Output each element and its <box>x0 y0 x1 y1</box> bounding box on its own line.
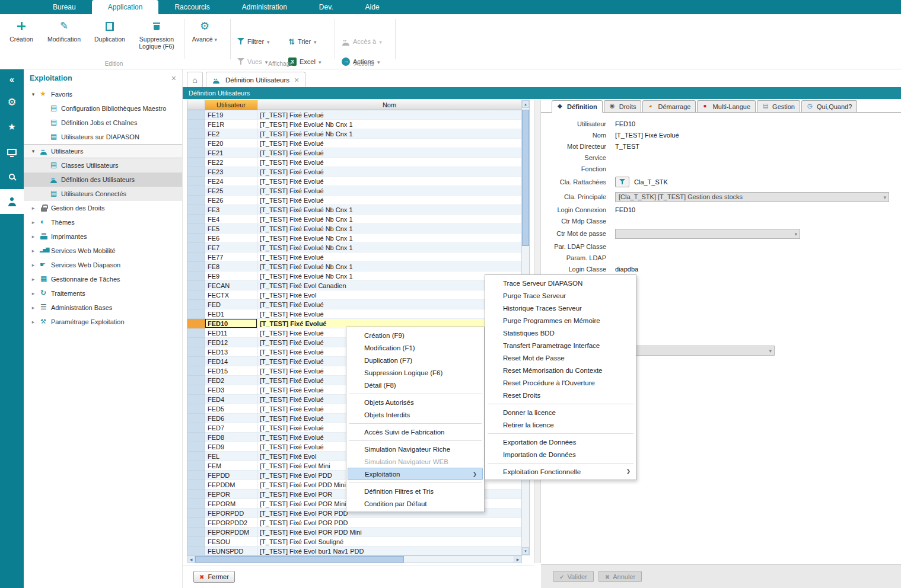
cell-utilisateur[interactable]: FED7 <box>205 423 257 433</box>
cell-nom[interactable]: [T_TEST] Fixé Evolué <box>257 167 523 177</box>
cell-utilisateur[interactable]: FE25 <box>205 186 257 196</box>
table-row[interactable]: FE24 [T_TEST] Fixé Evolué <box>187 177 523 186</box>
submenu-item[interactable]: Reset Procédure à l'Ouverture <box>485 376 636 389</box>
cell-nom[interactable]: [T_TEST] Fixé Evolué <box>257 253 523 262</box>
tree-item[interactable]: Utilisateurs Connectés <box>24 187 182 201</box>
rail-favorites-button[interactable] <box>0 114 24 139</box>
table-row[interactable]: FED [T_TEST] Fixé Evolué <box>187 300 523 309</box>
tree-caret-icon[interactable] <box>30 262 37 268</box>
cell-utilisateur[interactable]: FE1R <box>205 120 257 129</box>
row-selector[interactable] <box>187 139 205 148</box>
context-menu-item[interactable]: Suppression Logique (F6) <box>346 366 484 379</box>
cell-utilisateur[interactable]: FESOU <box>205 537 257 547</box>
table-row[interactable]: FEUNSPDD [T_TEST] Fixé Evol bur1 Nav1 PD… <box>187 547 523 555</box>
tree-item[interactable]: Imprimantes <box>24 229 182 244</box>
tree-item[interactable]: Services Web Mobilité <box>24 244 182 258</box>
table-row[interactable]: FE8 [T_TEST] Fixé Evolué Nb Cnx 1 <box>187 262 523 271</box>
field-dropdown[interactable]: [Cla_T_STK] [T_TEST] Gestion des stocks <box>615 192 889 202</box>
cell-nom[interactable]: [T_TEST] Fixé Evolué Nb Cnx 1 <box>257 205 523 215</box>
duplication-button[interactable]: Duplication <box>89 18 130 43</box>
document-tab-definition-utilisateurs[interactable]: Définition Utilisateurs <box>206 72 305 87</box>
cell-utilisateur[interactable]: FED11 <box>205 328 257 338</box>
context-menu-item[interactable]: Exploitation <box>348 468 483 480</box>
scroll-up-arrow[interactable] <box>522 100 529 108</box>
cell-utilisateur[interactable]: FED3 <box>205 385 257 395</box>
tree-item[interactable]: Définition Jobs et Chaînes <box>24 116 182 130</box>
row-selector[interactable] <box>187 547 205 555</box>
row-selector[interactable] <box>187 490 205 499</box>
cell-utilisateur[interactable]: FED6 <box>205 414 257 423</box>
cell-nom[interactable]: [T_TEST] Fixé Evolué <box>257 309 523 319</box>
cell-utilisateur[interactable]: FECTX <box>205 290 257 300</box>
cell-utilisateur[interactable]: FED5 <box>205 404 257 414</box>
submenu-item[interactable]: Reset Mémorisation du Contexte <box>485 364 636 376</box>
acces-a-button[interactable]: Accès à <box>342 34 382 49</box>
tree-item[interactable]: Services Web Diapason <box>24 258 182 272</box>
menubar-item[interactable]: Raccourcis <box>158 0 225 14</box>
context-menu-item[interactable]: Objets Interdits <box>346 408 484 421</box>
row-selector[interactable] <box>187 120 205 129</box>
row-selector[interactable] <box>187 328 205 338</box>
horizontal-scroll-thumb[interactable] <box>195 556 404 563</box>
row-selector[interactable] <box>187 452 205 461</box>
tree-item[interactable]: Configuration Bibliothèques Maestro <box>24 101 182 116</box>
avance-button[interactable]: Avancé <box>187 18 222 43</box>
row-selector[interactable] <box>187 224 205 234</box>
row-selector[interactable] <box>187 509 205 518</box>
row-selector[interactable] <box>187 271 205 281</box>
tree-caret-icon[interactable] <box>30 148 37 154</box>
row-selector[interactable] <box>187 129 205 139</box>
row-selector[interactable] <box>187 177 205 186</box>
cell-nom[interactable]: [T_TEST] Fixé Evolué Nb Cnx 1 <box>257 224 523 234</box>
tree-caret-icon[interactable] <box>30 91 37 97</box>
cell-utilisateur[interactable]: FEPORPDD2 <box>205 518 257 528</box>
detail-tab[interactable]: Démarrage <box>642 100 696 112</box>
home-tab[interactable] <box>187 72 203 87</box>
table-row[interactable]: FE6 [T_TEST] Fixé Evolué Nb Cnx 1 <box>187 234 523 243</box>
cell-nom[interactable]: [T_TEST] Fixé Evol <box>257 290 523 300</box>
cell-utilisateur[interactable]: FE21 <box>205 148 257 158</box>
table-row[interactable]: FEPORPDD2 [T_TEST] Fixé Evol POR PDD <box>187 518 523 528</box>
cell-utilisateur[interactable]: FED10 <box>205 319 257 328</box>
cell-nom[interactable]: [T_TEST] Fixé Evolué Nb Cnx 1 <box>257 243 523 253</box>
row-selector[interactable] <box>187 262 205 271</box>
row-selector[interactable] <box>187 196 205 205</box>
table-row[interactable]: FE9 [T_TEST] Fixé Evolué Nb Cnx 1 <box>187 271 523 281</box>
suppression-button[interactable]: Suppression Logique (F6) <box>132 18 182 50</box>
submenu-item[interactable]: Purge Programmes en Mémoire <box>485 314 636 327</box>
row-selector[interactable] <box>187 423 205 433</box>
horizontal-scrollbar[interactable] <box>187 555 522 563</box>
context-menu-item[interactable]: Définition Filtres et Tris <box>346 485 484 497</box>
context-menu-item[interactable]: Objets Autorisés <box>346 396 484 408</box>
cell-utilisateur[interactable]: FEUNSPDD <box>205 547 257 555</box>
creation-button[interactable]: Création <box>4 18 39 43</box>
submenu-item[interactable]: Importation de Données <box>485 448 636 461</box>
cell-utilisateur[interactable]: FED12 <box>205 338 257 347</box>
row-selector[interactable] <box>187 158 205 167</box>
cell-utilisateur[interactable]: FED2 <box>205 376 257 385</box>
cell-nom[interactable]: [T_TEST] Fixé Evolué <box>257 110 523 120</box>
trier-button[interactable]: Trier <box>288 34 317 49</box>
table-row[interactable]: FE23 [T_TEST] Fixé Evolué <box>187 167 523 177</box>
cell-nom[interactable]: [T_TEST] Fixé Evolué Nb Cnx 1 <box>257 120 523 129</box>
submenu-item[interactable]: Retirer la licence <box>485 418 636 431</box>
row-selector[interactable] <box>187 338 205 347</box>
row-selector[interactable] <box>187 347 205 357</box>
tree-caret-icon[interactable] <box>30 234 37 239</box>
table-row[interactable]: FE26 [T_TEST] Fixé Evolué <box>187 196 523 205</box>
tree-item[interactable]: Traitements <box>24 286 182 301</box>
cell-nom[interactable]: [T_TEST] Fixé Evolué Nb Cnx 1 <box>257 215 523 224</box>
cell-nom[interactable]: [T_TEST] Fixé Evolué Nb Cnx 1 <box>257 262 523 271</box>
close-icon[interactable] <box>171 74 176 83</box>
cell-utilisateur[interactable]: FEPDD <box>205 471 257 480</box>
column-header-nom[interactable]: Nom <box>257 100 521 110</box>
tree-caret-icon[interactable] <box>30 290 37 296</box>
row-selector[interactable] <box>187 537 205 547</box>
cell-utilisateur[interactable]: FEM <box>205 461 257 471</box>
cell-utilisateur[interactable]: FE23 <box>205 167 257 177</box>
table-row[interactable]: FE4 [T_TEST] Fixé Evolué Nb Cnx 1 <box>187 215 523 224</box>
table-row[interactable]: FE21 [T_TEST] Fixé Evolué <box>187 148 523 158</box>
row-selector[interactable] <box>187 281 205 290</box>
detail-tab[interactable]: Multi-Langue <box>697 100 756 112</box>
submenu-item[interactable]: Exploitation Fonctionnelle <box>485 465 636 478</box>
